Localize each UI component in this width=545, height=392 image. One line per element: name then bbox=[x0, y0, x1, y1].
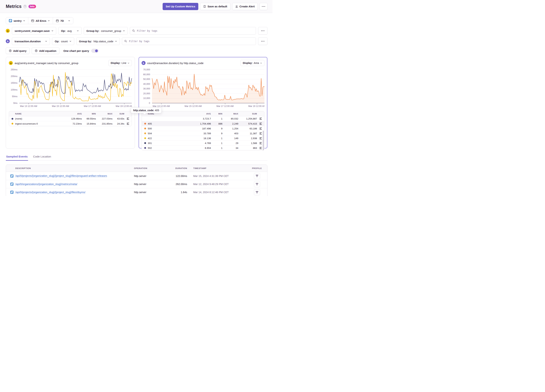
max-value: 80,032 bbox=[223, 117, 238, 120]
legend-scrollbar[interactable] bbox=[263, 131, 264, 150]
op-select[interactable]: Op: avg bbox=[58, 27, 82, 35]
y-axis: 250ms200ms150ms100ms50ms0ms bbox=[9, 70, 19, 103]
series-focus-button[interactable] bbox=[259, 132, 262, 135]
tag-filter-input[interactable] bbox=[122, 37, 256, 45]
series-tooltip: http.status_code: 405 bbox=[131, 107, 162, 113]
page-title: Metrics bbox=[6, 4, 22, 9]
legend-row[interactable]: 42218.13611492,938 bbox=[142, 136, 264, 141]
setup-custom-metrics-button[interactable]: Set Up Custom Metrics bbox=[163, 3, 198, 10]
table-row: /api/0/projects/{organization_slug}/{pro… bbox=[6, 172, 267, 180]
legend-row[interactable]: ingest-occurrences-072.23ms15.84ms231.85… bbox=[9, 121, 132, 126]
y-axis: 70,00060,00050,00040,00030,00020,00010,0… bbox=[142, 70, 151, 103]
timestamp-cell: Mar 12, 2024 9:48:29 PM CET bbox=[187, 183, 247, 186]
one-chart-per-query-label: One chart per query bbox=[63, 49, 89, 52]
legend-column-header: SUM bbox=[238, 113, 257, 115]
op-select[interactable]: Op: count bbox=[52, 37, 74, 45]
chart-plot[interactable] bbox=[19, 70, 132, 103]
date-range-select[interactable]: 7D bbox=[53, 18, 73, 24]
legend-row[interactable]: 5026.904134863 bbox=[142, 145, 264, 150]
series-focus-button[interactable] bbox=[259, 117, 262, 120]
chevron-down-icon bbox=[45, 40, 47, 42]
x-tick-label: Mar 15 12:00 AM bbox=[52, 105, 69, 107]
legend-row[interactable]: 500187.49691,25463,186 bbox=[142, 126, 264, 131]
metric-select[interactable]: transaction.duration bbox=[12, 37, 50, 45]
one-chart-per-query-toggle[interactable] bbox=[91, 49, 99, 53]
series-name: ingest-occurrences-0 bbox=[9, 122, 66, 125]
legend-column-header: AVG bbox=[66, 113, 82, 115]
project-select[interactable]: sentry bbox=[6, 18, 28, 24]
save-as-default-button[interactable]: Save as default bbox=[200, 3, 230, 10]
series-focus-button[interactable] bbox=[259, 147, 262, 150]
y-tick-label: 30,000 bbox=[143, 87, 150, 90]
series-focus-button[interactable] bbox=[259, 137, 262, 140]
x-tick-label: Mar 13 12:00 AM bbox=[20, 105, 37, 107]
series-focus-button[interactable] bbox=[259, 122, 262, 125]
chart-panel-a[interactable]: a avg(sentry.event_manager.save) by cons… bbox=[6, 57, 135, 148]
environment-select[interactable]: All Envs bbox=[28, 18, 53, 24]
python-icon bbox=[10, 174, 13, 178]
series-focus-button[interactable] bbox=[259, 142, 262, 145]
metric-select[interactable]: sentry.event_manager.save bbox=[12, 27, 56, 35]
min-value: 15.84ms bbox=[82, 122, 96, 125]
chart-panel-b[interactable]: b count(transaction.duration) by http.st… bbox=[138, 57, 268, 148]
legend-row[interactable]: (none)129.46ms69.55ms227.03ms43.63s bbox=[9, 116, 132, 121]
series-focus-button[interactable] bbox=[126, 117, 130, 120]
legend-row[interactable]: 3,723.7180,0321,254,887 bbox=[142, 116, 264, 121]
query-more-button[interactable] bbox=[258, 37, 267, 45]
search-icon bbox=[124, 40, 127, 43]
add-equation-button[interactable]: Add equation bbox=[32, 48, 59, 54]
tab-code-location[interactable]: Code Location bbox=[33, 155, 51, 160]
series-focus-button[interactable] bbox=[126, 122, 130, 125]
y-tick-label: 0 bbox=[149, 102, 150, 104]
max-value: 29 bbox=[223, 142, 238, 145]
display-select[interactable]: Display: Line bbox=[108, 60, 132, 66]
legend-row[interactable]: 50433.789940311,387 bbox=[142, 131, 264, 136]
groupby-select[interactable]: Group by: http.status_code bbox=[76, 37, 120, 45]
query-more-button[interactable] bbox=[258, 27, 267, 35]
create-alert-button[interactable]: Create Alert bbox=[232, 3, 258, 10]
tab-sampled-events[interactable]: Sampled Events bbox=[6, 155, 28, 160]
event-description-link[interactable]: /api/0/projects/{organization_slug}/{pro… bbox=[15, 174, 107, 178]
event-description-link[interactable]: /api/0/projects/{organization_slug}/{pro… bbox=[15, 191, 85, 194]
max-value: 149 bbox=[223, 137, 238, 140]
add-query-button[interactable]: Add query bbox=[6, 48, 30, 54]
ellipsis-icon bbox=[261, 31, 264, 31]
display-select[interactable]: Display: Area bbox=[241, 60, 264, 66]
y-tick-label: 0ms bbox=[13, 102, 18, 104]
table-row: /api/0/projects/{organization_slug}/{pro… bbox=[6, 188, 267, 196]
query-row-a: a sentry.event_manager.save Op: avg Grou… bbox=[6, 27, 267, 35]
y-tick-label: 50,000 bbox=[143, 78, 150, 80]
series-legend-table: NAMEAVGMINMAXSUM (none)129.46ms69.55ms22… bbox=[9, 111, 132, 126]
x-tick-label: Mar 19 12:00 AM bbox=[116, 105, 132, 107]
tag-filter-input[interactable] bbox=[130, 27, 256, 35]
series-name: 301 bbox=[142, 142, 191, 145]
legend-row[interactable]: 3014.7691291,588 bbox=[142, 141, 264, 145]
header-more-button[interactable] bbox=[260, 3, 267, 10]
legend-row[interactable]: 4051,704.4968862,249574,415 bbox=[142, 121, 264, 126]
chevron-down-icon bbox=[77, 30, 79, 32]
series-color-dot bbox=[12, 123, 13, 125]
timestamp-cell: Mar 14, 2024 8:12:46 PM CET bbox=[187, 191, 247, 194]
series-focus-button[interactable] bbox=[259, 127, 262, 130]
series-name: 405 bbox=[142, 122, 191, 125]
duration-cell: 122.00ms bbox=[166, 175, 187, 178]
x-tick-label: Mar 19 12:00 AM bbox=[248, 105, 264, 107]
series-color-dot bbox=[144, 147, 146, 149]
sum-value: 24.34s bbox=[112, 122, 124, 125]
min-value: 1 bbox=[211, 147, 223, 149]
avg-value: 129.46ms bbox=[66, 117, 82, 120]
max-value: 1,254 bbox=[223, 127, 238, 130]
legend-column-header: MIN bbox=[211, 113, 223, 115]
help-icon[interactable]: ? bbox=[23, 5, 27, 8]
plus-circle-icon bbox=[9, 49, 12, 52]
window-icon bbox=[31, 19, 34, 22]
profile-button[interactable] bbox=[254, 181, 260, 187]
chevron-down-icon bbox=[128, 62, 130, 64]
event-description-link[interactable]: /api/0/organizations/{organization_slug}… bbox=[15, 183, 77, 186]
groupby-select[interactable]: Group by: consumer_group bbox=[84, 27, 128, 35]
profile-button[interactable] bbox=[254, 189, 260, 195]
chart-badge-a: a bbox=[9, 61, 13, 65]
chart-plot[interactable] bbox=[152, 70, 265, 103]
y-tick-label: 10,000 bbox=[143, 97, 150, 99]
profile-button[interactable] bbox=[254, 173, 260, 179]
